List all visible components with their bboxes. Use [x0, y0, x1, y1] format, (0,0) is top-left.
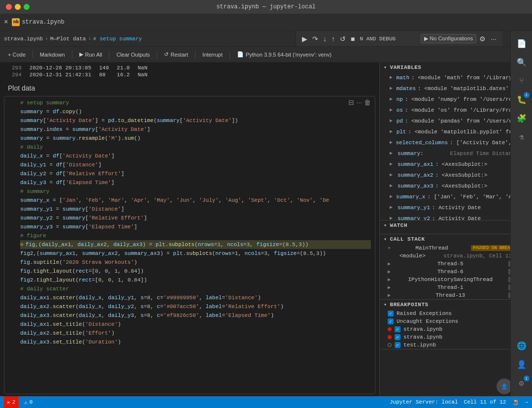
cell-more-button[interactable]: ··· [356, 98, 362, 106]
debug-step-into-button[interactable]: ↓ [321, 34, 329, 44]
expand-icon: ▶ [390, 160, 396, 169]
var-item[interactable]: ▶ pd : <module 'pandas' from '/Users/rob… [380, 116, 532, 126]
var-item[interactable]: ▶ summary_ax3 : <AxesSubplot:> [380, 181, 532, 191]
watch-header[interactable]: ▾ WATCH [380, 220, 532, 230]
thread-13[interactable]: ▶ Thread-13 PAUSED [380, 291, 532, 299]
settings-gear-icon[interactable]: ⚙ 1 [513, 375, 531, 392]
bp-strava-20[interactable]: ✓ strava.ipynb 20 [380, 333, 532, 341]
bp-test-2[interactable]: ✓ test.ipynb 2 [380, 341, 532, 349]
kernel-selector[interactable]: 📄 Python 3.9.5 64-bit ('myvenv': venv) [233, 50, 335, 59]
code-line: summary = summary.resample('M').sum() [20, 134, 371, 143]
explorer-icon[interactable]: 📄 [513, 35, 531, 53]
bp-label: Uncaught Exceptions [397, 318, 528, 324]
thread-1[interactable]: ▶ Thread-1 PAUSED [380, 283, 532, 291]
expand-icon: ▶ [390, 149, 396, 158]
breadcrumb-file[interactable]: strava.ipynb [4, 36, 43, 42]
editor-area: 293 2020-12-28 20:13:05 149 21.0 NaN 294… [0, 63, 379, 396]
error-count: 2 [12, 399, 16, 405]
warning-indicator[interactable]: ⚠ 0 [22, 399, 34, 406]
var-item[interactable]: ▶ os : <module 'os' from '/Library/Frame… [380, 105, 532, 116]
bp-raised-exceptions[interactable]: ✓ Raised Exceptions [380, 310, 532, 317]
bp-checkbox[interactable]: ✓ [388, 318, 394, 324]
var-item[interactable]: ▶ mdates : <module 'matplotlib.dates' fr… [380, 83, 532, 94]
debug-run-button[interactable]: ▶ [300, 34, 309, 44]
tab-label[interactable]: strava.ipynb [22, 19, 64, 26]
minimize-button[interactable] [15, 4, 21, 10]
titlebar: strava.ipynb — jupyter-local [0, 0, 532, 14]
var-item[interactable]: ▶ summary_y1 : Activity Date [380, 202, 532, 213]
variables-header[interactable]: ▾ VARIABLES [380, 63, 532, 72]
table-row: 293 2020-12-28 20:13:05 149 21.0 NaN [8, 64, 151, 71]
var-item[interactable]: ▶ math : <module 'math' from '/Library/F… [380, 72, 532, 83]
var-item[interactable]: ▶ plt : <module 'matplotlib.pyplot' from… [380, 126, 532, 137]
breakpoints-header[interactable]: ▾ BREAKPOINTS [380, 300, 532, 310]
callstack-header[interactable]: ▾ CALL STACK [380, 234, 532, 244]
bp-checkbox[interactable]: ✓ [388, 311, 394, 316]
debug-more-button[interactable]: ··· [489, 34, 499, 44]
bp-checkbox[interactable]: ✓ [395, 326, 400, 332]
var-item[interactable]: ▶ summary_y2 : Activity Date [380, 213, 532, 220]
thread-5[interactable]: ▶ Thread-5 PAUSED [380, 260, 532, 268]
interrupt-button[interactable]: Interrupt [199, 50, 227, 59]
sync-icon[interactable]: → [525, 399, 528, 405]
run-all-button[interactable]: ▶ Run All [75, 50, 106, 59]
add-code-button[interactable]: + Code [4, 50, 30, 59]
notebook-toolbar: + Code Markdown ▶ Run All Clear Outputs … [0, 47, 532, 63]
bp-strava-10[interactable]: ✓ strava.ipynb 10 [380, 325, 532, 333]
breadcrumb-current[interactable]: # setup summary [93, 36, 142, 42]
var-name: summary_ax2 [398, 171, 433, 180]
extensions-icon[interactable]: 🧩 [513, 110, 531, 127]
markdown-button[interactable]: Markdown [36, 50, 69, 59]
notebook-icon[interactable]: 📓 [512, 399, 519, 406]
var-name: summary_x [396, 192, 425, 201]
debug-icon[interactable]: 🐛 1 [513, 91, 531, 109]
var-item[interactable]: ▶ summary_ax1 : <AxesSubplot:> [380, 159, 532, 170]
var-item[interactable]: ▶ selected_columns : ['Activity Date', '… [380, 137, 532, 148]
bp-checkbox[interactable]: ✓ [395, 342, 400, 348]
bp-checkbox[interactable]: ✓ [395, 334, 400, 340]
cell-delete-button[interactable]: 🗑 [364, 98, 371, 106]
close-button[interactable] [6, 4, 12, 10]
var-item[interactable]: ▶ summary: Elapsed Time Distance... [380, 148, 532, 159]
error-indicator[interactable]: ✕ 2 [4, 396, 18, 408]
source-control-icon[interactable]: ⑂ [513, 72, 531, 90]
cell-split-button[interactable]: ⊟ [348, 98, 354, 106]
bp-uncaught-exceptions[interactable]: ✓ Uncaught Exceptions [380, 317, 532, 325]
table-row: 294 2020-12-31 21:42:31 88 16.2 NaN [8, 71, 151, 78]
search-icon[interactable]: 🔍 [513, 54, 531, 71]
account-icon[interactable]: 👤 [513, 356, 531, 374]
code-line: # summary [20, 187, 371, 196]
thread-6[interactable]: ▶ Thread-6 PAUSED [380, 268, 532, 276]
window-controls[interactable] [6, 4, 30, 10]
no-configurations-select[interactable]: ▶ No Configurations [421, 34, 476, 43]
breakpoints-section: ▾ BREAKPOINTS ✓ Raised Exceptions ✓ Unca… [380, 300, 532, 349]
debug-disconnect-button[interactable]: ■ [349, 34, 357, 44]
code-line: fig2,(summary_ax1, summary_ax2, summary_… [20, 249, 371, 258]
debug-step-out-button[interactable]: ↑ [330, 34, 337, 44]
thread-ipython[interactable]: ▶ IPythonHistorySavingThread PAUSED [380, 276, 532, 283]
tab-close-icon[interactable]: × [4, 18, 8, 26]
var-value: : Activity Date [432, 203, 481, 212]
watch-chevron-icon: ▾ [384, 222, 387, 228]
code-lines[interactable]: # setup summary summary = df.copy() summ… [16, 96, 375, 348]
frame-item[interactable]: <module> strava.ipynb, Cell 11 20:1 [380, 252, 532, 260]
maximize-button[interactable] [24, 4, 30, 10]
breadcrumb-section[interactable]: M↔Plot data [50, 36, 86, 42]
jupyter-icon[interactable]: 🌐 [513, 337, 531, 355]
restart-button[interactable]: ↺ Restart [160, 50, 192, 59]
row-date: 2020-12-31 21:42:31 [26, 71, 95, 78]
debug-step-over-button[interactable]: ↷ [310, 34, 320, 44]
debug-settings-button[interactable]: ⚙ [477, 34, 488, 44]
var-item[interactable]: ▶ summary_ax2 : <AxesSubplot:> [380, 170, 532, 181]
var-item[interactable]: ▶ np : <module 'numpy' from '/Users/robl… [380, 94, 532, 105]
expand-icon: ▶ [390, 106, 395, 115]
var-item[interactable]: ▶ summary_x : ['Jan', 'Feb', 'Mar', 'Apr… [380, 191, 532, 202]
debug-restart-button[interactable]: ↺ [338, 34, 348, 44]
thread-mainthread[interactable]: ▾ MainThread PAUSED ON BREAKPOINT [380, 244, 532, 252]
row-index: 293 [8, 64, 26, 71]
jupyter-server-status[interactable]: Jupyter Server: local [390, 399, 458, 405]
cell-info: Cell 11 of 12 [464, 399, 506, 405]
clear-outputs-button[interactable]: Clear Outputs [112, 50, 154, 59]
current-code-line: ⊙ fig,(daily_ax1, daily_ax2, daily_ax3) … [20, 240, 371, 249]
test-icon[interactable]: ⚗ [513, 128, 531, 146]
